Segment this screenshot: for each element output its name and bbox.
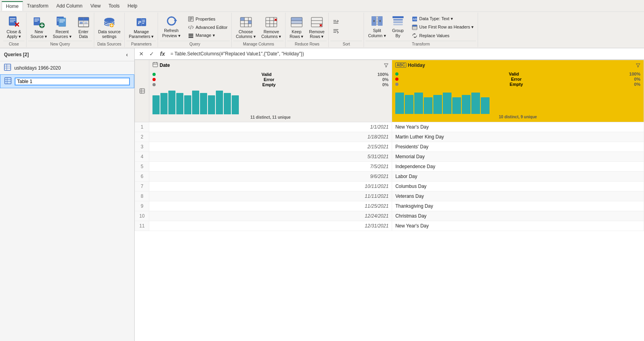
properties-label: Properties — [196, 17, 215, 21]
row-num-cell: 3 — [135, 142, 149, 152]
query-item-usholidays[interactable]: usholidays 1966-2020 — [0, 61, 134, 74]
advanced-editor-button[interactable]: Advanced Editor — [185, 23, 230, 31]
recent-sources-label: Recent Sources ▾ — [53, 29, 71, 39]
table-row: 7 10/11/2021 Columbus Day — [135, 182, 644, 191]
holiday-valid-dot — [395, 72, 398, 76]
tab-view[interactable]: View — [86, 2, 105, 10]
svg-line-45 — [191, 25, 191, 29]
remove-columns-button[interactable]: Remove Columns ▾ — [259, 15, 284, 39]
group-by-icon — [392, 15, 404, 27]
table-row: 4 5/31/2021 Memorial Day — [135, 152, 644, 162]
holiday-cell: Independence Day — [392, 162, 644, 172]
close-apply-button[interactable]: Close & Apply ▾ — [3, 15, 25, 39]
holiday-empty-row: Empty 0% — [395, 82, 640, 87]
query-item-table1-rename-input[interactable] — [15, 78, 130, 85]
date-col-filter-button[interactable] — [384, 63, 389, 68]
remove-columns-icon — [265, 16, 278, 28]
use-first-row-icon — [412, 24, 418, 30]
date-empty-row: Empty 0% — [152, 82, 389, 87]
svg-point-28 — [105, 18, 114, 22]
data-area: ✕ ✓ fx = Table.SelectColumns(#"Replaced … — [135, 48, 644, 341]
split-column-button[interactable]: Split Column ▾ — [366, 13, 388, 38]
svg-rect-104 — [140, 89, 145, 93]
date-chart: 11 distinct, 11 unique — [149, 89, 392, 122]
sort-desc-icon — [333, 28, 339, 34]
ribbon-group-reduce-rows: Keep Rows ▾ Remove Rows ▾ R — [286, 13, 329, 47]
use-first-row-button[interactable]: Use First Row as Headers ▾ — [409, 23, 476, 31]
tab-add-column[interactable]: Add Column — [52, 2, 86, 10]
holiday-col-filter-button[interactable] — [636, 63, 640, 68]
svg-rect-2 — [10, 20, 15, 21]
holiday-error-row: Error 0% — [395, 77, 640, 81]
refresh-preview-button[interactable]: Refresh Preview ▾ — [160, 13, 183, 38]
holiday-column-header: ABC Holiday — [392, 60, 644, 122]
svg-text:P: P — [138, 19, 141, 25]
new-source-button[interactable]: New Source ▾ — [28, 15, 50, 39]
date-cell: 12/31/2021 — [149, 221, 392, 231]
replace-values-icon — [412, 32, 418, 39]
keep-rows-button[interactable]: Keep Rows ▾ — [287, 15, 306, 39]
query-item-table1[interactable] — [0, 74, 134, 88]
date-cell: 11/11/2021 — [149, 191, 392, 201]
recent-sources-button[interactable]: Recent Sources ▾ — [50, 15, 74, 39]
date-cell: 10/11/2021 — [149, 182, 392, 191]
svg-text:ABC: ABC — [413, 18, 417, 21]
svg-rect-9 — [34, 21, 38, 22]
split-column-icon — [371, 15, 383, 27]
svg-rect-8 — [34, 20, 39, 21]
formula-bar-icons: ✕ ✓ — [137, 49, 156, 58]
row-num-cell: 5 — [135, 162, 149, 172]
holiday-col-type-icon: ABC — [395, 63, 406, 68]
remove-rows-icon — [311, 16, 323, 28]
row-num-cell: 8 — [135, 191, 149, 201]
svg-rect-19 — [59, 21, 65, 21]
replace-values-button[interactable]: Replace Values — [409, 32, 476, 39]
date-cell: 7/5/2021 — [149, 162, 392, 172]
recent-sources-icon — [56, 16, 69, 28]
svg-rect-0 — [9, 17, 16, 25]
holiday-chart-label: 10 distinct, 9 unique — [395, 114, 640, 121]
manage-parameters-icon: P — [135, 16, 148, 28]
ribbon-content: Close & Apply ▾ Close — [0, 12, 644, 48]
properties-button[interactable]: Properties — [185, 15, 230, 23]
enter-data-button[interactable]: Enter Data — [75, 15, 92, 39]
table-row: 1 1/1/2021 New Year's Day — [135, 122, 644, 132]
sort-asc-button[interactable] — [330, 19, 362, 26]
choose-columns-button[interactable]: Choose Columns ▾ — [233, 15, 258, 39]
collapse-panel-button[interactable]: ‹ — [124, 51, 130, 59]
date-cell: 5/31/2021 — [149, 152, 392, 162]
formula-confirm-button[interactable]: ✓ — [147, 49, 156, 58]
remove-rows-button[interactable]: Remove Rows ▾ — [307, 15, 327, 39]
manage-button[interactable]: Manage ▾ — [185, 32, 230, 39]
tab-help[interactable]: Help — [124, 2, 141, 10]
manage-label: Manage ▾ — [196, 33, 215, 38]
remove-rows-label: Remove Rows ▾ — [309, 29, 324, 39]
queries-title: Queries [2] — [4, 52, 29, 57]
query-icon-usholidays — [4, 64, 11, 72]
table-container[interactable]: Date — [135, 60, 644, 341]
date-error-dot — [152, 78, 156, 81]
row-num-cell: 1 — [135, 122, 149, 132]
tab-home[interactable]: Home — [2, 1, 23, 11]
formula-cancel-button[interactable]: ✕ — [137, 49, 146, 58]
manage-parameters-button[interactable]: P Manage Parameters ▾ — [126, 15, 156, 39]
tab-tools[interactable]: Tools — [105, 2, 124, 10]
enter-data-icon — [77, 16, 90, 28]
group-by-button[interactable]: Group By — [389, 13, 407, 38]
holiday-col-label: Holiday — [408, 63, 425, 68]
data-source-settings-button[interactable]: Data source settings — [96, 15, 123, 39]
formula-input[interactable]: = Table.SelectColumns(#"Replaced Value1"… — [169, 50, 642, 57]
table-options-icon[interactable] — [139, 88, 145, 94]
row-num-cell: 7 — [135, 182, 149, 191]
sort-desc-button[interactable] — [330, 28, 362, 35]
svg-rect-47 — [189, 35, 193, 36]
date-chart-label: 11 distinct, 11 unique — [152, 114, 389, 121]
table-body: 1 1/1/2021 New Year's Day 2 1/18/2021 Ma… — [135, 122, 644, 231]
tab-transform[interactable]: Transform — [23, 2, 52, 10]
svg-rect-84 — [392, 16, 404, 18]
new-query-group-label: New Query — [28, 41, 92, 46]
holiday-error-dot — [395, 78, 398, 81]
advanced-editor-label: Advanced Editor — [196, 25, 228, 30]
data-type-button[interactable]: ABC Data Type: Text ▾ — [409, 15, 476, 23]
replace-values-label: Replace Values — [419, 33, 450, 38]
